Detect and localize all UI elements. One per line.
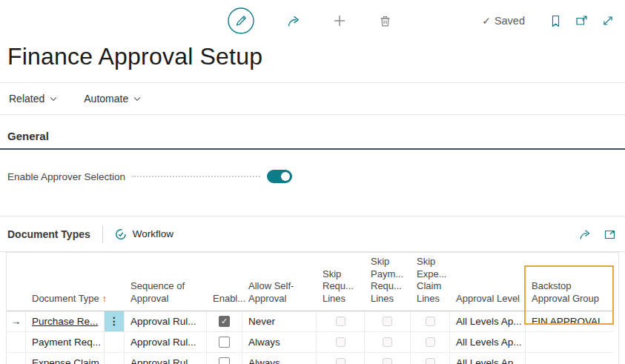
row-selector-cell: [7, 332, 26, 353]
enabled-checkbox[interactable]: [219, 357, 230, 364]
cell-sequence-of-approval[interactable]: Approval Rul...: [125, 353, 207, 364]
open-in-full-icon: [603, 228, 616, 240]
bookmark-icon: [549, 14, 562, 28]
toggle-knob: [281, 172, 290, 181]
check-icon: ✓: [482, 15, 491, 27]
share-button[interactable]: [286, 13, 301, 28]
cell-sequence-of-approval[interactable]: Approval Rul...: [125, 311, 207, 332]
document-types-title: Document Types: [7, 228, 90, 240]
row-options-cell: ⋮: [105, 311, 125, 332]
enabled-checkbox[interactable]: [219, 316, 230, 327]
share-icon: [286, 13, 301, 28]
cell-backstop-approval-group[interactable]: [526, 353, 613, 364]
cell-backstop-approval-group[interactable]: FIN APPROVAL...: [526, 311, 613, 332]
bookmark-button[interactable]: [549, 14, 562, 28]
row-more-options-button[interactable]: ⋮: [105, 311, 124, 331]
page-title: Finance Approval Setup: [7, 42, 616, 71]
col-header-approval-level[interactable]: Approval Level: [450, 253, 526, 311]
share-icon: [578, 228, 592, 241]
cell-document-type[interactable]: Purchase Re...: [26, 311, 105, 332]
cell-approval-level[interactable]: All Levels Ap...: [450, 311, 526, 332]
skip-expense-claim-lines-checkbox: [426, 337, 435, 347]
col-header-skip-payment-request-lines[interactable]: Skip Paym... Requ... Lines: [365, 253, 411, 311]
menu-related[interactable]: Related: [9, 93, 57, 105]
menu-related-label: Related: [9, 93, 44, 105]
plus-icon: [332, 13, 347, 28]
skip-requisition-lines-checkbox: [336, 337, 345, 347]
menu-automate-label: Automate: [84, 93, 128, 105]
cell-enabled: [207, 353, 242, 364]
expand-icon: [601, 14, 615, 27]
save-status-label: Saved: [495, 15, 525, 27]
skip-requisition-lines-checkbox: [336, 358, 345, 364]
new-record-button[interactable]: [332, 13, 347, 28]
row-options-cell: [105, 332, 125, 353]
current-row-arrow-icon: →: [11, 315, 22, 327]
cell-allow-self-approval[interactable]: Always: [242, 332, 317, 353]
cell-allow-self-approval[interactable]: Always: [242, 353, 317, 364]
skip-payment-request-lines-checkbox: [383, 317, 392, 326]
cell-approval-level[interactable]: All Levels Ap...: [450, 353, 526, 364]
delete-button[interactable]: [378, 14, 392, 28]
cell-skip-requisition-lines: [317, 311, 365, 332]
cell-skip-requisition-lines: [317, 353, 365, 364]
workflow-icon: [115, 228, 127, 240]
chevron-down-icon: [50, 96, 57, 102]
open-part-fullscreen-button[interactable]: [603, 228, 616, 240]
skip-payment-request-lines-checkbox: [383, 337, 392, 347]
row-selector-cell: →: [7, 311, 26, 332]
cell-approval-level[interactable]: All Levels Ap...: [450, 332, 526, 353]
col-header-backstop-approval-group[interactable]: Backstop Approval Group: [526, 253, 613, 311]
edit-button[interactable]: [227, 7, 255, 35]
cell-skip-expense-claim-lines: [411, 311, 450, 332]
open-in-window-button[interactable]: [575, 14, 589, 27]
col-header-allow-self-approval[interactable]: Allow Self-Approval: [242, 253, 317, 311]
row-selector-cell: [7, 353, 26, 364]
expand-button[interactable]: [601, 14, 615, 27]
cell-skip-payment-request-lines: [365, 311, 411, 332]
trash-icon: [378, 14, 392, 28]
cell-skip-payment-request-lines: [365, 332, 411, 353]
col-header-skip-expense-claim-lines[interactable]: Skip Expe... Claim Lines: [411, 253, 450, 311]
enable-approver-selection-field: Enable Approver Selection: [7, 170, 292, 183]
dots-vertical-icon: ⋮: [109, 315, 119, 327]
pencil-icon: [227, 7, 255, 35]
divider: [102, 225, 103, 243]
cell-document-type[interactable]: Expense Claim: [26, 353, 105, 364]
cell-skip-expense-claim-lines: [411, 353, 450, 364]
document-types-table: Document Type ↑ Sequence of Approval Ena…: [6, 252, 619, 364]
save-status: ✓ Saved: [482, 15, 525, 27]
menu-automate[interactable]: Automate: [84, 93, 141, 105]
dotted-leader: [132, 176, 260, 177]
row-options-cell: [105, 353, 125, 364]
cell-enabled: [207, 332, 242, 353]
open-in-window-icon: [575, 14, 589, 27]
cell-sequence-of-approval[interactable]: Approval Rul...: [125, 332, 207, 353]
skip-requisition-lines-checkbox: [336, 317, 345, 326]
menu-bar: Related Automate: [0, 83, 625, 115]
cell-backstop-approval-group[interactable]: [526, 332, 613, 353]
cell-document-type[interactable]: Payment Req...: [26, 332, 105, 353]
enable-approver-selection-label: Enable Approver Selection: [7, 171, 125, 182]
col-header-document-type[interactable]: Document Type ↑: [26, 253, 125, 311]
workflow-button-label: Workflow: [133, 228, 173, 239]
col-header-selector: [7, 253, 26, 311]
col-header-sequence-of-approval[interactable]: Sequence of Approval: [125, 253, 207, 311]
cell-skip-expense-claim-lines: [411, 332, 450, 353]
share-part-button[interactable]: [578, 228, 592, 241]
general-section-title: General: [7, 130, 49, 142]
action-bar: ✓ Saved: [0, 0, 625, 42]
workflow-button[interactable]: Workflow: [115, 228, 173, 240]
chevron-down-icon: [133, 96, 141, 102]
col-header-skip-requisition-lines[interactable]: Skip Requ... Lines: [317, 253, 365, 311]
skip-expense-claim-lines-checkbox: [426, 358, 435, 364]
cell-skip-payment-request-lines: [365, 353, 411, 364]
skip-expense-claim-lines-checkbox: [426, 317, 435, 326]
document-types-header: Document Types Workflow: [0, 216, 625, 252]
enabled-checkbox[interactable]: [219, 337, 230, 348]
document-type-link[interactable]: Purchase Re...: [32, 316, 98, 327]
cell-enabled: [207, 311, 242, 332]
cell-allow-self-approval[interactable]: Never: [242, 311, 317, 332]
col-header-enabled[interactable]: Enabl...: [207, 253, 242, 311]
enable-approver-selection-toggle[interactable]: [267, 170, 292, 183]
